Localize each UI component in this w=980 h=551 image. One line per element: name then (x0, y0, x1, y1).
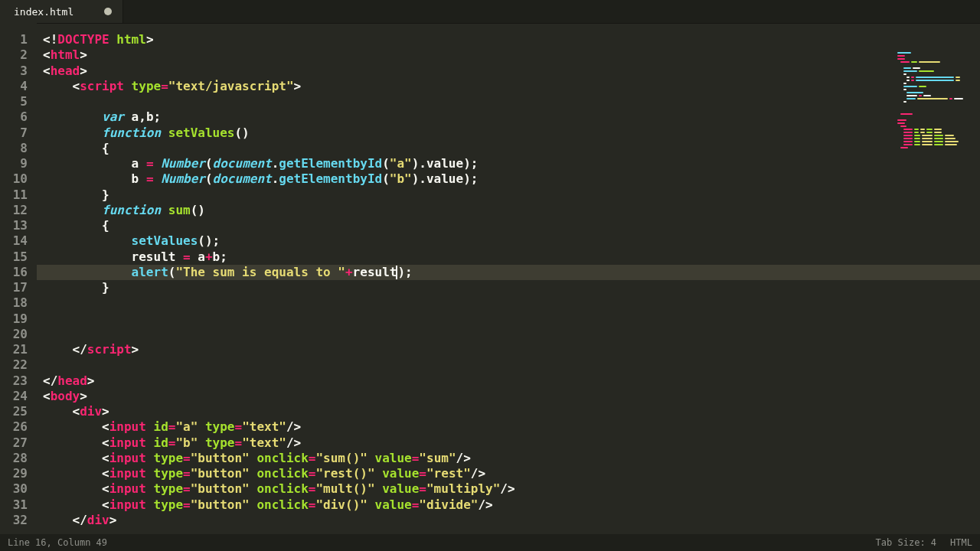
code-line[interactable]: <html> (43, 47, 980, 63)
code-line[interactable]: <!DOCTYPE html> (43, 32, 980, 47)
code-line[interactable]: </script> (43, 342, 980, 357)
code-line[interactable]: } (43, 187, 980, 203)
code-line[interactable] (43, 311, 980, 327)
code-line[interactable]: <input id="a" type="text"/> (43, 419, 980, 435)
code-line[interactable]: <script type="text/javascript"> (43, 79, 980, 94)
code-line[interactable]: var a,b; (43, 109, 980, 125)
line-number-gutter: 1234567891011121314151617181920212223242… (0, 23, 37, 534)
status-language[interactable]: HTML (950, 537, 972, 548)
code-line[interactable]: function setValues() (43, 126, 980, 141)
code-line[interactable]: b = Number(document.getElementbyId("b").… (43, 171, 980, 187)
tab-filename: index.html (14, 6, 74, 18)
code-line[interactable]: function sum() (43, 203, 980, 218)
code-line[interactable]: setValues(); (43, 233, 980, 249)
code-line[interactable]: <div> (43, 404, 980, 419)
code-line[interactable]: </div> (43, 513, 980, 528)
code-line[interactable]: <input type="button" onclick="mult()" va… (43, 481, 980, 497)
code-line[interactable]: } (43, 280, 980, 295)
tab-index-html[interactable]: index.html (0, 0, 123, 23)
code-line[interactable]: </head> (43, 373, 980, 389)
code-line[interactable]: <input type="button" onclick="div()" val… (43, 497, 980, 513)
code-line[interactable]: a = Number(document.getElementbyId("a").… (43, 156, 980, 171)
editor[interactable]: 1234567891011121314151617181920212223242… (0, 23, 980, 534)
code-line[interactable]: <head> (43, 64, 980, 79)
status-tab-size[interactable]: Tab Size: 4 (876, 537, 936, 548)
code-line[interactable]: result = a+b; (43, 249, 980, 265)
tab-bar: index.html (0, 0, 980, 24)
code-line[interactable]: alert("The sum is equals to "+result); (37, 265, 980, 280)
code-line[interactable]: <input id="b" type="text"/> (43, 435, 980, 451)
code-area[interactable]: <!DOCTYPE html><html><head> <script type… (37, 23, 980, 534)
code-line[interactable]: <input type="button" onclick="sum()" val… (43, 451, 980, 466)
code-line[interactable]: <body> (43, 389, 980, 404)
code-line[interactable]: { (43, 218, 980, 233)
code-line[interactable]: <input type="button" onclick="rest()" va… (43, 466, 980, 481)
code-line[interactable] (43, 327, 980, 342)
dirty-indicator-icon (104, 8, 112, 15)
status-bar: Line 16, Column 49 Tab Size: 4 HTML (0, 534, 980, 551)
code-line[interactable] (43, 295, 980, 311)
code-line[interactable] (43, 357, 980, 373)
code-line[interactable]: { (43, 141, 980, 156)
code-line[interactable] (43, 94, 980, 109)
status-cursor-position[interactable]: Line 16, Column 49 (8, 537, 107, 548)
